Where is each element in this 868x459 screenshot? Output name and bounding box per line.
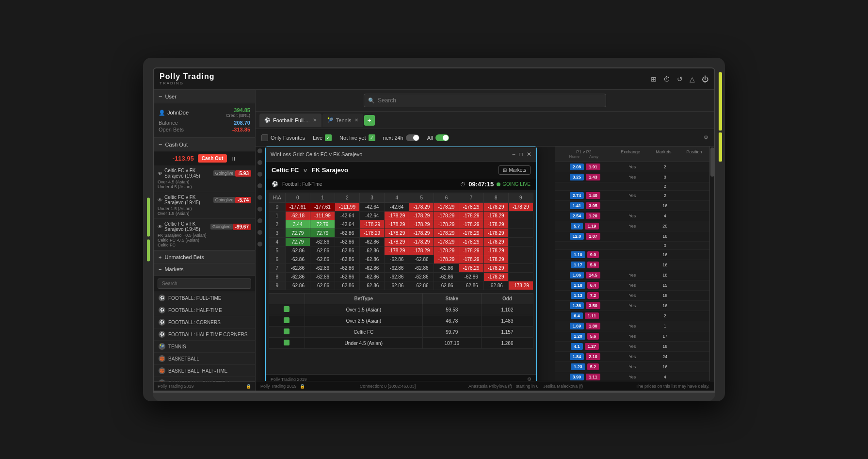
bet-type-col-check [269, 294, 305, 304]
bet-type-table: BetType Stake Odd Over 1.5 (Asian) [269, 293, 533, 349]
market-item-basketball-halftime[interactable]: 🏀 BASKETBALL: HALF-TIME [154, 365, 255, 377]
table-row: 1.41 3.05 16 [555, 201, 709, 211]
bet-checkbox-4[interactable] [284, 340, 289, 345]
home-price[interactable]: 3.25 [570, 174, 584, 180]
ht-corners-icon: ⚽ [159, 331, 165, 338]
expand-unmatched-icon: + [159, 254, 161, 260]
market-item-tennis[interactable]: 🎾 TENNIS [154, 341, 255, 353]
side-icon-4[interactable] [257, 183, 262, 188]
modal-maximize-button[interactable]: □ [519, 151, 523, 158]
modal-footer-text: Polly Trading 2019 [271, 377, 307, 381]
filter-live[interactable]: Live ✓ [313, 134, 332, 141]
market-item-football-halftime[interactable]: ⚽ FOOTBALL: HALF-TIME [154, 304, 255, 316]
tab-football-close[interactable]: ✕ [313, 117, 317, 123]
unmatched-bets-header[interactable]: + Unmatched Bets [154, 251, 255, 263]
user-icon: 👤 [159, 110, 165, 116]
away-price[interactable]: 1.43 [586, 174, 600, 180]
filter-only-favorites[interactable]: Only Favorites [261, 134, 305, 141]
filter-settings-icon[interactable]: ⚙ [704, 134, 708, 141]
bet-stake-4: 107.16 [422, 338, 481, 349]
bet-type-row-4: Under 4.5 (Asian) 107.16 1.266 [269, 338, 533, 349]
table-row: 2 [555, 182, 709, 191]
tab-football[interactable]: ⚽ Football: Full-... ✕ [259, 114, 321, 127]
market-item-basketball-q1[interactable]: 🏀 BASKETBALL: QUARTER 1 [154, 377, 255, 381]
modal-minimize-button[interactable]: − [512, 151, 515, 158]
search-bar: 🔍 [256, 90, 714, 112]
markets-search-input[interactable] [158, 279, 251, 289]
bet-item-2: 👁 Celtic FC v FK Sarajevo (19:45) Goingl… [154, 192, 255, 219]
balance-value: 208.70 [234, 120, 250, 126]
user-section: 👤 JohnDoe 394.85 Credit (BRL) Balance 20… [154, 103, 255, 138]
bet-checkbox-1[interactable] [284, 306, 289, 312]
sport-label: Football: Full-Time [282, 181, 322, 187]
market-item-football-corners[interactable]: ⚽ FOOTBALL: CORNERS [154, 316, 255, 328]
user-section-header[interactable]: − User [154, 90, 255, 103]
modal-close-button[interactable]: ✕ [527, 151, 531, 158]
grid-header-2: 2 [335, 193, 359, 203]
tennis-icon: 🎾 [159, 343, 165, 350]
market-item-football-ht-corners[interactable]: ⚽ FOOTBALL: HALF-TIME CORNERS [154, 328, 255, 341]
eye-icon-2: 👁 [158, 197, 162, 203]
search-input[interactable] [378, 94, 602, 107]
table-row: 2.54 1.20 Yes 4 [555, 211, 709, 221]
side-icon-1[interactable] [257, 148, 262, 153]
cashout-header[interactable]: − Cash Out [154, 138, 255, 151]
side-icon-3[interactable] [257, 172, 262, 177]
corners-icon: ⚽ [159, 319, 165, 326]
center-right: 🔍 ⚽ Football: Full-... ✕ 🎾 Tennis ✕ [256, 90, 714, 391]
filter-next-24h[interactable]: next 24h [383, 134, 419, 141]
football-icon: ⚽ [159, 295, 165, 301]
bet-checkbox-2[interactable] [284, 317, 289, 323]
side-icon-9[interactable] [257, 242, 262, 246]
markets-header[interactable]: − Markets [154, 263, 255, 276]
exchange-val: Yes [614, 164, 650, 169]
right-scrollbar[interactable] [709, 147, 714, 381]
side-icon-2[interactable] [257, 160, 262, 165]
table-row: 1.36 3.50 Yes 16 [555, 301, 709, 311]
open-bets-value: -313.85 [232, 127, 250, 132]
tab-tennis[interactable]: 🎾 Tennis ✕ [322, 114, 363, 127]
next-24h-label: next 24h [383, 135, 403, 141]
bet-checkbox-3[interactable] [284, 328, 289, 334]
winloss-grid-modal: WinLoss Grid: Celtic FC v FK Sarajevo − … [265, 147, 537, 381]
power-icon[interactable]: ⏻ [702, 75, 708, 83]
markets-val: 2 [650, 164, 680, 169]
modal-footer: Polly Trading 2019 ⚙ [266, 374, 536, 381]
market-item-football-fulltime[interactable]: ⚽ FOOTBALL: FULL-TIME [154, 292, 255, 304]
filter-not-live-yet[interactable]: Not live yet ✓ [339, 134, 375, 141]
table-row: 1.17 5.8 16 [555, 260, 709, 270]
add-tab-button[interactable]: + [364, 115, 375, 126]
all-toggle[interactable] [435, 134, 449, 141]
next-24h-toggle[interactable] [406, 134, 419, 141]
side-icon-7[interactable] [257, 218, 262, 223]
filter-all[interactable]: All [427, 134, 449, 141]
away-price[interactable]: 1.91 [586, 164, 600, 170]
modal-footer-icon[interactable]: ⚙ [527, 377, 531, 381]
markets-button[interactable]: ⊞ Markets [498, 165, 530, 175]
lock-icon: 🔒 [300, 384, 305, 389]
not-live-yet-check[interactable]: ✓ [369, 134, 375, 141]
tab-football-label: Football: Full-... [273, 117, 310, 123]
bet-stake-2: 46.78 [422, 315, 481, 327]
home-price[interactable]: 2.08 [570, 164, 584, 170]
market-item-basketball[interactable]: 🏀 BASKETBALL [154, 353, 255, 365]
side-icon-6[interactable] [257, 207, 262, 212]
bet-type-row-2: Over 2.5 (Asian) 46.78 1.483 [269, 315, 533, 327]
user-label: User [165, 94, 177, 99]
bell-icon[interactable]: △ [690, 75, 695, 83]
grid-header-7: 7 [459, 193, 483, 203]
only-favorites-checkbox[interactable] [261, 134, 268, 141]
table-row: 2.08 1.91 Yes 2 [555, 162, 709, 172]
cashout-button[interactable]: Cash Out [198, 154, 227, 163]
bet-type-col-stake: Stake [422, 294, 481, 304]
side-icon-5[interactable] [257, 195, 262, 200]
tab-tennis-close[interactable]: ✕ [354, 117, 358, 123]
team-away: FK Sarajevo [312, 166, 348, 174]
side-icon-8[interactable] [257, 230, 262, 235]
cashout-pause-icon[interactable]: ⏸ [231, 156, 236, 162]
live-check[interactable]: ✓ [325, 134, 332, 141]
monitor-icon[interactable]: ⊞ [651, 75, 657, 83]
scroll-thumb[interactable] [710, 148, 714, 177]
clock-icon[interactable]: ⏱ [663, 75, 670, 83]
history-icon[interactable]: ↺ [677, 75, 683, 83]
